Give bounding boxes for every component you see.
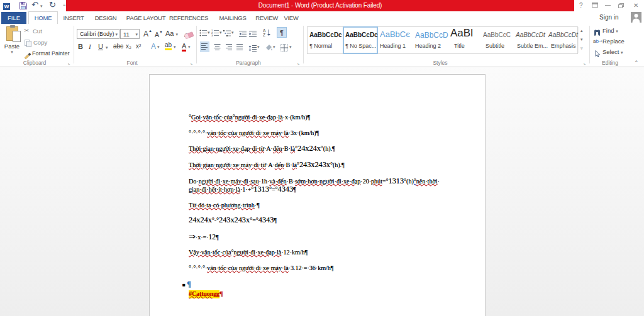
svg-text:A: A [263,28,266,33]
svg-text:3: 3 [211,34,213,37]
svg-text:Z: Z [263,33,265,36]
